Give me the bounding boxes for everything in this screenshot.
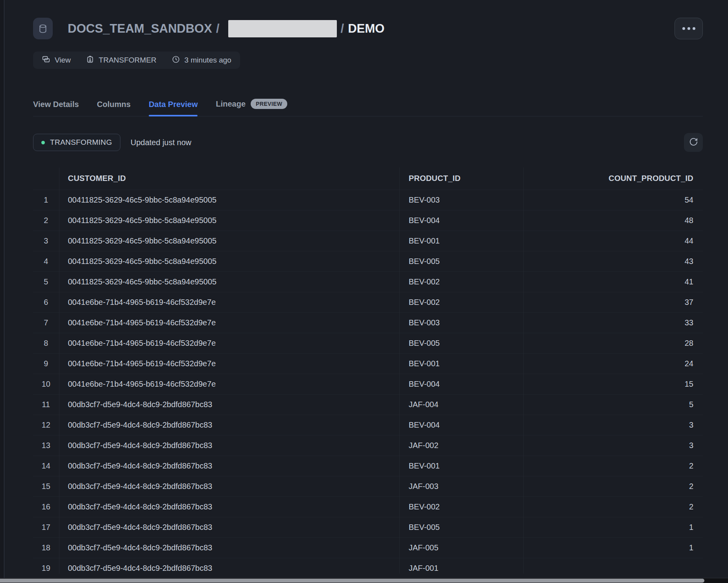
clock-icon <box>172 55 180 66</box>
count-cell: 2 <box>523 456 703 476</box>
customer-id-cell: 0041e6be-71b4-4965-b619-46cf532d9e7e <box>59 374 399 394</box>
row-number-cell: 2 <box>33 210 59 231</box>
node-detail-panel: DOCS_TEAM_SANDBOX / / DEMO View <box>33 0 703 574</box>
customer-id-cell: 00db3cf7-d5e9-4dc4-8dc9-2bdfd867bc83 <box>59 435 399 456</box>
count-cell: 15 <box>523 374 703 394</box>
table-row: 12 00db3cf7-d5e9-4dc4-8dc9-2bdfd867bc83 … <box>33 415 703 435</box>
refresh-button[interactable] <box>684 133 703 152</box>
count-cell: 1 <box>523 517 703 537</box>
product-id-cell: BEV-002 <box>399 271 523 292</box>
last-modified-label: 3 minutes ago <box>185 56 231 65</box>
column-header-count-product-id: COUNT_PRODUCT_ID <box>523 168 703 190</box>
status-badge: TRANSFORMING <box>33 134 120 151</box>
count-cell: 37 <box>523 292 703 312</box>
row-number-cell: 4 <box>33 251 59 271</box>
count-cell: 3 <box>523 415 703 435</box>
product-id-cell: BEV-004 <box>399 415 523 435</box>
page-title: DOCS_TEAM_SANDBOX / / DEMO <box>68 20 384 37</box>
row-number-cell: 18 <box>33 537 59 558</box>
row-number-cell: 17 <box>33 517 59 537</box>
product-id-cell: BEV-004 <box>399 374 523 394</box>
meta-badges-pill: View TRANSFORMER <box>33 52 240 69</box>
customer-id-cell: 00db3cf7-d5e9-4dc4-8dc9-2bdfd867bc83 <box>59 537 399 558</box>
breadcrumb-schema-redacted <box>228 20 337 37</box>
count-cell: 41 <box>523 271 703 292</box>
updated-text: Updated just now <box>131 138 192 147</box>
breadcrumb-object: DEMO <box>348 22 384 36</box>
breadcrumb-separator: / <box>341 22 344 36</box>
row-number-cell: 7 <box>33 312 59 333</box>
count-cell: 33 <box>523 312 703 333</box>
customer-id-cell: 0041e6be-71b4-4965-b619-46cf532d9e7e <box>59 333 399 353</box>
row-number-cell: 19 <box>33 558 59 574</box>
customer-id-cell: 00411825-3629-46c5-9bbc-5c8a94e95005 <box>59 251 399 271</box>
product-id-cell: BEV-004 <box>399 210 523 231</box>
table-row: 4 00411825-3629-46c5-9bbc-5c8a94e95005 B… <box>33 251 703 271</box>
status-dot-icon <box>41 141 45 144</box>
ellipsis-horizontal-icon <box>682 27 685 30</box>
table-row: 2 00411825-3629-46c5-9bbc-5c8a94e95005 B… <box>33 210 703 231</box>
table-row: 11 00db3cf7-d5e9-4dc4-8dc9-2bdfd867bc83 … <box>33 394 703 415</box>
tab-bar: View Details Columns Data Preview Lineag… <box>33 99 703 116</box>
customer-id-cell: 00411825-3629-46c5-9bbc-5c8a94e95005 <box>59 271 399 292</box>
product-id-cell: BEV-003 <box>399 190 523 210</box>
count-cell: 44 <box>523 231 703 251</box>
product-id-cell: BEV-005 <box>399 251 523 271</box>
table-header-row: CUSTOMER_ID PRODUCT_ID COUNT_PRODUCT_ID <box>33 168 703 190</box>
customer-id-cell: 00db3cf7-d5e9-4dc4-8dc9-2bdfd867bc83 <box>59 394 399 415</box>
object-type-label: View <box>55 56 71 65</box>
product-id-cell: BEV-005 <box>399 333 523 353</box>
row-number-header <box>33 168 59 190</box>
data-preview-table: CUSTOMER_ID PRODUCT_ID COUNT_PRODUCT_ID … <box>33 168 703 574</box>
tab-columns[interactable]: Columns <box>97 100 131 116</box>
row-number-cell: 1 <box>33 190 59 210</box>
header: DOCS_TEAM_SANDBOX / / DEMO <box>33 18 703 39</box>
product-id-cell: BEV-002 <box>399 292 523 312</box>
product-id-cell: JAF-005 <box>399 537 523 558</box>
count-cell: 3 <box>523 435 703 456</box>
row-number-cell: 6 <box>33 292 59 312</box>
customer-id-cell: 00411825-3629-46c5-9bbc-5c8a94e95005 <box>59 190 399 210</box>
table-row: 13 00db3cf7-d5e9-4dc4-8dc9-2bdfd867bc83 … <box>33 435 703 456</box>
horizontal-scrollbar-thumb[interactable] <box>0 579 704 583</box>
count-cell: 54 <box>523 190 703 210</box>
count-cell: 2 <box>523 476 703 496</box>
customer-id-cell: 00411825-3629-46c5-9bbc-5c8a94e95005 <box>59 210 399 231</box>
count-cell: 48 <box>523 210 703 231</box>
more-options-button[interactable] <box>674 18 703 39</box>
product-id-cell: JAF-002 <box>399 435 523 456</box>
table-row: 16 00db3cf7-d5e9-4dc4-8dc9-2bdfd867bc83 … <box>33 496 703 517</box>
row-number-cell: 3 <box>33 231 59 251</box>
breadcrumb-database: DOCS_TEAM_SANDBOX <box>68 22 212 36</box>
meta-badges-row: View TRANSFORMER <box>33 52 703 69</box>
customer-id-cell: 0041e6be-71b4-4965-b619-46cf532d9e7e <box>59 292 399 312</box>
product-id-cell: BEV-002 <box>399 496 523 517</box>
table-row: 14 00db3cf7-d5e9-4dc4-8dc9-2bdfd867bc83 … <box>33 456 703 476</box>
table-row: 19 00db3cf7-d5e9-4dc4-8dc9-2bdfd867bc83 … <box>33 558 703 574</box>
row-number-cell: 15 <box>33 476 59 496</box>
row-number-cell: 13 <box>33 435 59 456</box>
count-cell: 5 <box>523 394 703 415</box>
row-number-cell: 10 <box>33 374 59 394</box>
status-row: TRANSFORMING Updated just now <box>33 133 703 152</box>
panel-left-edge <box>0 0 4 583</box>
customer-id-cell: 0041e6be-71b4-4965-b619-46cf532d9e7e <box>59 312 399 333</box>
node-role-label: TRANSFORMER <box>99 56 157 65</box>
tab-label: Lineage <box>216 100 246 109</box>
breadcrumb-separator: / <box>216 22 220 36</box>
row-number-cell: 9 <box>33 353 59 374</box>
product-id-cell: JAF-001 <box>399 558 523 574</box>
row-number-cell: 16 <box>33 496 59 517</box>
product-id-cell: BEV-001 <box>399 231 523 251</box>
customer-id-cell: 00411825-3629-46c5-9bbc-5c8a94e95005 <box>59 231 399 251</box>
tab-view-details[interactable]: View Details <box>33 100 79 116</box>
count-cell: 43 <box>523 251 703 271</box>
count-cell <box>523 558 703 574</box>
table-row: 18 00db3cf7-d5e9-4dc4-8dc9-2bdfd867bc83 … <box>33 537 703 558</box>
tab-lineage[interactable]: Lineage PREVIEW <box>216 99 287 116</box>
last-modified-badge: 3 minutes ago <box>172 55 231 66</box>
count-cell: 24 <box>523 353 703 374</box>
tab-data-preview[interactable]: Data Preview <box>149 100 198 116</box>
column-header-product-id: PRODUCT_ID <box>399 168 523 190</box>
count-cell: 28 <box>523 333 703 353</box>
